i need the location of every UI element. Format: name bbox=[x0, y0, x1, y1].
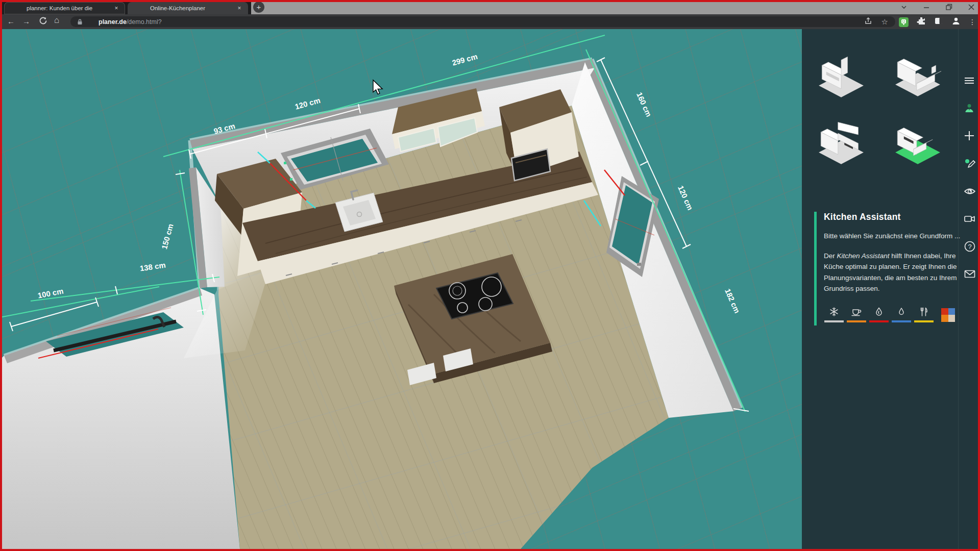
dimension-label: 150 cm bbox=[160, 223, 175, 251]
minimize-icon[interactable] bbox=[923, 4, 930, 11]
dimension-label: 120 cm bbox=[294, 96, 322, 111]
category-coffee[interactable] bbox=[846, 307, 867, 322]
coffee-cup-icon bbox=[851, 307, 862, 317]
category-fire[interactable] bbox=[869, 307, 889, 322]
tab-kuechenplaner[interactable]: Online-Küchenplaner ✕ bbox=[128, 2, 248, 14]
share-icon[interactable] bbox=[864, 17, 872, 27]
edit-pencil-icon[interactable] bbox=[964, 158, 975, 169]
color-palette-button[interactable] bbox=[941, 308, 955, 322]
close-icon[interactable]: ✕ bbox=[112, 4, 120, 12]
tool-rail: ? bbox=[958, 29, 980, 549]
layout-thumb-single-row[interactable] bbox=[813, 54, 869, 101]
side-panel-icon[interactable] bbox=[934, 16, 943, 28]
lock-icon[interactable] bbox=[77, 18, 83, 26]
planner-3d-canvas[interactable]: 299 cm 120 cm 93 cm 160 cm 120 cm 182 cm… bbox=[0, 29, 802, 549]
window-controls bbox=[900, 0, 975, 14]
dimension-label: 182 cm bbox=[723, 287, 742, 314]
add-icon[interactable] bbox=[964, 130, 975, 141]
tab-title: Online-Küchenplaner bbox=[128, 5, 235, 11]
assistant-intro: Bitte wählen Sie zunächst eine Grundform… bbox=[824, 231, 961, 242]
dimension-label: 160 cm bbox=[635, 91, 653, 118]
category-freezer[interactable] bbox=[824, 307, 844, 322]
menu-dots-icon[interactable]: ⋮ bbox=[969, 18, 976, 26]
category-water[interactable] bbox=[891, 307, 912, 322]
contact-mail-icon[interactable] bbox=[964, 268, 975, 279]
menu-icon[interactable] bbox=[964, 75, 975, 86]
layout-thumb-island[interactable] bbox=[890, 121, 946, 168]
bookmark-star-icon[interactable]: ☆ bbox=[881, 17, 888, 27]
mouse-cursor-icon bbox=[373, 80, 382, 94]
flame-drop-icon bbox=[874, 307, 884, 317]
consultant-person-icon[interactable] bbox=[964, 103, 975, 114]
video-camera-icon[interactable] bbox=[964, 213, 975, 224]
category-dining[interactable] bbox=[914, 307, 934, 322]
restore-icon[interactable] bbox=[945, 4, 952, 11]
extension-green-icon[interactable] bbox=[899, 17, 909, 27]
layout-thumb-two-row[interactable] bbox=[890, 54, 946, 101]
reload-icon[interactable] bbox=[39, 16, 47, 27]
screen: planner: Kunden über die ✕ Online-Küchen… bbox=[0, 0, 980, 551]
dimension-label: 299 cm bbox=[451, 52, 479, 67]
close-icon[interactable]: ✕ bbox=[235, 4, 243, 12]
assistant-sidebar: Kitchen Assistant Bitte wählen Sie zunäc… bbox=[802, 29, 980, 549]
new-tab-button[interactable]: + bbox=[253, 2, 264, 13]
cutlery-icon bbox=[919, 307, 929, 317]
kitchen-assistant-panel: Kitchen Assistant Bitte wählen Sie zunäc… bbox=[814, 212, 961, 325]
category-row bbox=[824, 307, 961, 322]
window-handle bbox=[637, 263, 641, 266]
url-bar[interactable]: planer.de /demo.html? ☆ bbox=[70, 16, 895, 27]
tab-strip: planner: Kunden über die ✕ Online-Küchen… bbox=[0, 0, 980, 14]
extensions-puzzle-icon[interactable] bbox=[917, 16, 926, 28]
tab-title: planner: Kunden über die bbox=[4, 5, 112, 11]
assistant-body: Der Kitchen Assistant hilft Ihnen dabei,… bbox=[824, 251, 961, 294]
forward-icon[interactable]: → bbox=[22, 17, 30, 26]
home-icon[interactable]: ⌂ bbox=[54, 16, 59, 25]
dimension-label: 120 cm bbox=[676, 184, 695, 211]
profile-icon[interactable] bbox=[951, 16, 961, 28]
layout-thumb-l-shaped[interactable] bbox=[813, 121, 869, 168]
water-drop-icon bbox=[896, 307, 906, 317]
svg-text:?: ? bbox=[968, 243, 971, 251]
back-icon[interactable]: ← bbox=[7, 17, 15, 26]
url-path: /demo.html? bbox=[127, 18, 162, 26]
dimension-label: 100 cm bbox=[37, 286, 64, 299]
chevron-down-icon[interactable] bbox=[900, 4, 908, 11]
tab-planner[interactable]: planner: Kunden über die ✕ bbox=[4, 2, 125, 14]
view-eye-icon[interactable] bbox=[964, 185, 975, 196]
kitchen-3d-scene[interactable]: 299 cm 120 cm 93 cm 160 cm 120 cm 182 cm… bbox=[0, 29, 802, 549]
url-domain: planer.de bbox=[99, 18, 127, 26]
help-icon[interactable]: ? bbox=[964, 240, 975, 252]
snowflake-icon bbox=[829, 307, 839, 317]
assistant-title: Kitchen Assistant bbox=[824, 212, 961, 222]
dimension-label: 138 cm bbox=[139, 261, 166, 273]
close-window-icon[interactable] bbox=[968, 4, 975, 11]
